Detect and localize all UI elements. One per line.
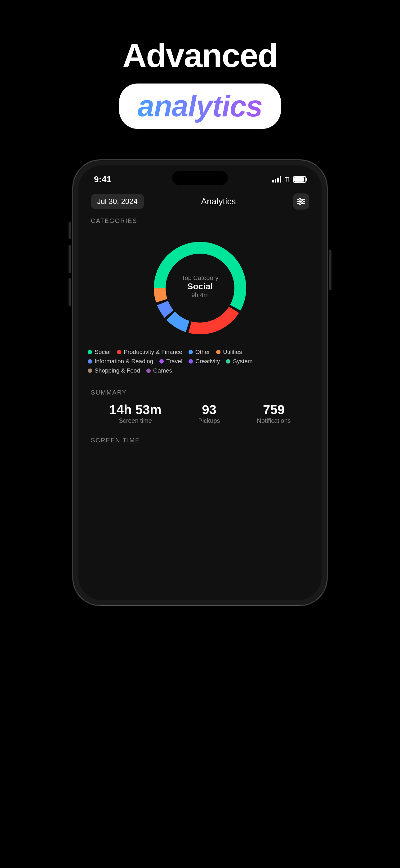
legend-item-utilities: Utilities bbox=[216, 349, 242, 355]
summary-screen-time-key: Screen time bbox=[109, 417, 161, 424]
donut-chart: Top Category Social 9h 4m bbox=[78, 227, 322, 345]
summary-pickups-key: Pickups bbox=[198, 417, 220, 424]
legend-label-shopping: Shopping & Food bbox=[95, 367, 140, 374]
legend-dot-travel bbox=[159, 359, 164, 364]
screen-content: 9:41 ⇈ bbox=[78, 165, 322, 600]
legend-row-3: Shopping & Food Games bbox=[88, 367, 312, 374]
legend-dot-other bbox=[189, 350, 193, 354]
battery-icon bbox=[293, 176, 306, 183]
legend-dot-reading bbox=[88, 359, 92, 364]
screen-time-section: SCREEN TIME bbox=[78, 434, 322, 450]
screen-time-label: SCREEN TIME bbox=[91, 437, 309, 444]
summary-screen-time: 14h 53m Screen time bbox=[109, 402, 161, 424]
legend-item-system: System bbox=[226, 358, 253, 365]
phone-outer: 9:41 ⇈ bbox=[73, 160, 327, 606]
svg-point-3 bbox=[299, 198, 301, 200]
hero-badge-text: analytics bbox=[138, 89, 262, 123]
side-button-power bbox=[329, 250, 331, 290]
legend-label-games: Games bbox=[153, 367, 172, 374]
legend-label-utilities: Utilities bbox=[223, 349, 242, 355]
legend-row-2: Information & Reading Travel Creativity bbox=[88, 358, 312, 365]
legend-label-reading: Information & Reading bbox=[95, 358, 153, 365]
legend-dot-social bbox=[88, 350, 92, 354]
svg-point-4 bbox=[301, 200, 303, 203]
legend-dot-system bbox=[226, 359, 230, 364]
legend-item-shopping: Shopping & Food bbox=[88, 367, 140, 374]
status-icons: ⇈ bbox=[272, 176, 306, 183]
filter-icon bbox=[297, 198, 305, 205]
summary-notifications: 759 Notifications bbox=[257, 402, 291, 424]
hero-badge: analytics bbox=[119, 84, 281, 129]
summary-notifications-value: 759 bbox=[257, 402, 291, 417]
hero-title: Advanced bbox=[119, 37, 281, 74]
date-badge[interactable]: Jul 30, 2024 bbox=[91, 194, 144, 209]
summary-pickups: 93 Pickups bbox=[198, 402, 220, 424]
summary-screen-time-value: 14h 53m bbox=[109, 402, 161, 417]
legend-label-social: Social bbox=[95, 349, 111, 355]
summary-pickups-value: 93 bbox=[198, 402, 220, 417]
legend-item-games: Games bbox=[146, 367, 172, 374]
phone-mockup: 9:41 ⇈ bbox=[73, 160, 327, 606]
phone-screen: 9:41 ⇈ bbox=[78, 165, 322, 600]
summary-section: SUMMARY 14h 53m Screen time 93 Pickups 7… bbox=[78, 383, 322, 434]
legend-label-other: Other bbox=[195, 349, 210, 355]
categories-label: CATEGORIES bbox=[78, 213, 322, 227]
legend-item-social: Social bbox=[88, 349, 111, 355]
legend-dot-productivity bbox=[117, 350, 121, 354]
legend-item-productivity: Productivity & Finance bbox=[117, 349, 182, 355]
legend-label-creativity: Creativity bbox=[195, 358, 220, 365]
status-time: 9:41 bbox=[94, 175, 111, 184]
filter-button[interactable] bbox=[293, 193, 309, 210]
legend-label-system: System bbox=[233, 358, 253, 365]
legend-item-other: Other bbox=[189, 349, 210, 355]
chart-top-label: Top Category bbox=[182, 274, 219, 282]
side-button-mute bbox=[69, 222, 71, 239]
wifi-icon: ⇈ bbox=[284, 176, 290, 183]
battery-fill bbox=[294, 177, 304, 182]
signal-bars-icon bbox=[272, 176, 281, 183]
legend-label-productivity: Productivity & Finance bbox=[124, 349, 182, 355]
hero-section: Advanced analytics bbox=[119, 0, 281, 148]
app-title: Analytics bbox=[201, 196, 236, 207]
legend-dot-utilities bbox=[216, 350, 221, 354]
chart-center: Top Category Social 9h 4m bbox=[182, 274, 219, 299]
legend-dot-shopping bbox=[88, 369, 92, 373]
dynamic-island bbox=[172, 171, 228, 185]
summary-label: SUMMARY bbox=[91, 389, 309, 396]
legend: Social Productivity & Finance Other bbox=[78, 345, 322, 383]
summary-notifications-key: Notifications bbox=[257, 417, 291, 424]
legend-row-1: Social Productivity & Finance Other bbox=[88, 349, 312, 355]
app-header: Jul 30, 2024 Analytics bbox=[78, 187, 322, 213]
status-bar: 9:41 ⇈ bbox=[78, 165, 322, 187]
legend-label-travel: Travel bbox=[166, 358, 182, 365]
legend-dot-games bbox=[146, 369, 151, 373]
chart-time: 9h 4m bbox=[182, 291, 219, 299]
bottom-fade bbox=[78, 450, 322, 469]
side-button-volume-down bbox=[69, 278, 71, 306]
chart-category: Social bbox=[182, 282, 219, 291]
legend-item-travel: Travel bbox=[159, 358, 182, 365]
legend-dot-creativity bbox=[189, 359, 193, 364]
side-button-volume-up bbox=[69, 245, 71, 273]
legend-item-reading: Information & Reading bbox=[88, 358, 153, 365]
summary-grid: 14h 53m Screen time 93 Pickups 759 Notif… bbox=[91, 402, 309, 424]
svg-point-5 bbox=[299, 203, 301, 205]
legend-item-creativity: Creativity bbox=[189, 358, 220, 365]
